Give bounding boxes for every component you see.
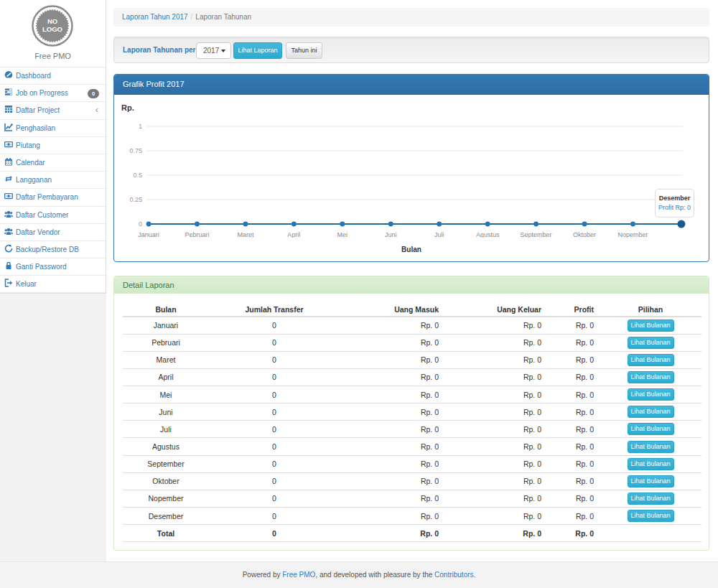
svg-text:NO: NO — [47, 17, 57, 25]
svg-text:Juni: Juni — [385, 231, 397, 238]
svg-text:Pebruari: Pebruari — [185, 231, 209, 238]
svg-text:Agustus: Agustus — [476, 231, 500, 238]
svg-text:1: 1 — [139, 123, 142, 130]
svg-text:0.5: 0.5 — [133, 172, 142, 179]
svg-text:Maret: Maret — [237, 231, 254, 238]
svg-text:Mei: Mei — [337, 231, 348, 238]
svg-text:April: April — [287, 231, 300, 238]
svg-text:Januari: Januari — [138, 231, 159, 238]
svg-text:0.25: 0.25 — [129, 196, 142, 203]
svg-text:Nopember: Nopember — [617, 231, 648, 238]
svg-text:Oktober: Oktober — [573, 231, 596, 238]
svg-text:LOGO: LOGO — [42, 25, 62, 33]
svg-text:September: September — [521, 231, 552, 238]
svg-text:0: 0 — [139, 220, 142, 228]
svg-text:0.75: 0.75 — [129, 147, 142, 154]
svg-text:Juli: Juli — [434, 231, 444, 238]
